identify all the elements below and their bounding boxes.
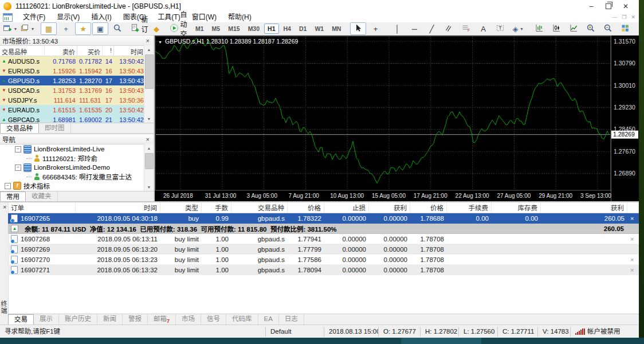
market-watch-row[interactable]: ▼USDJPY.s111.614111.6311713:50:36 <box>0 95 154 105</box>
navigator-item[interactable]: 666684345: 啊打发撒旦富士达 <box>0 172 154 181</box>
timeframe-mn-button[interactable]: MN <box>328 24 344 34</box>
market-watch-button[interactable]: ▦ <box>41 22 57 35</box>
mw-col-header[interactable]: 买价 <box>77 46 103 56</box>
equidistant-channel-button[interactable] <box>441 22 457 35</box>
orders-col-header[interactable]: 类型 <box>160 202 202 213</box>
timeframe-m15-button[interactable]: M15 <box>225 24 243 34</box>
terminal-tab-展示[interactable]: 展示 <box>34 314 59 325</box>
orders-col-header[interactable]: 获利 <box>541 202 627 213</box>
navigator-item[interactable]: −LionBrokersLimited-Demo <box>0 163 154 172</box>
text-button[interactable]: A <box>475 22 491 35</box>
crosshair-button[interactable]: + <box>367 22 383 35</box>
market-watch-tab-symbols[interactable]: 交易品种 <box>0 123 39 134</box>
market-watch-row[interactable]: ▲GBPUSD.s1.282531.282701713:50:43 <box>0 76 154 85</box>
bar-chart-mode-button[interactable] <box>531 22 547 35</box>
navigator-item[interactable]: −f技术指标 <box>0 181 154 190</box>
new-chart-button[interactable]: ▾ <box>2 22 18 35</box>
balance-row[interactable]: ▲余额: 11 874.11 USD 净值: 12 134.16 已用预付款: … <box>8 224 639 234</box>
navigator-close-icon[interactable]: × <box>144 136 151 143</box>
zoom-out-button[interactable] <box>600 22 616 35</box>
tree-collapse-icon[interactable]: − <box>5 183 11 189</box>
child-minimize-button[interactable]: — <box>612 14 617 20</box>
trendline-button[interactable]: ╱ <box>423 22 439 35</box>
terminal-tab-信号[interactable]: 信号 <box>201 314 226 325</box>
orders-col-header[interactable]: 止损 <box>324 202 369 213</box>
status-profile[interactable]: Default <box>265 327 324 337</box>
menu-file[interactable]: 文件(F) <box>17 13 51 21</box>
menu-view[interactable]: 显示(V) <box>51 13 85 21</box>
terminal-tab-警报[interactable]: 警报 <box>123 314 148 325</box>
terminal-tab-日志[interactable]: 日志 <box>279 314 304 325</box>
line-chart-mode-button[interactable] <box>566 22 582 35</box>
strategy-tester-button[interactable] <box>109 22 125 35</box>
fibonacci-retracement-button[interactable]: F <box>458 22 474 35</box>
scroll-down-icon[interactable]: ▼ <box>144 115 154 123</box>
menu-window[interactable]: 窗口(W) <box>186 13 222 21</box>
order-row[interactable]: 169072692018.09.05 06:13:20buy limit1.00… <box>8 244 639 255</box>
scroll-up-icon[interactable]: ▲ <box>144 45 154 54</box>
scroll-thumb[interactable] <box>145 153 154 169</box>
menu-insert[interactable]: 插入(I) <box>85 13 117 21</box>
navigator-item[interactable]: 111126021: 郑玲俞 <box>0 154 154 163</box>
orders-col-header[interactable]: 价格 <box>288 202 324 213</box>
market-watch-tab-tick-chart[interactable]: 即时图 <box>39 123 71 133</box>
mw-col-header[interactable]: ! <box>103 46 114 56</box>
tree-collapse-icon[interactable]: − <box>15 146 21 153</box>
autotrading-button[interactable]: 自动交易 <box>170 22 186 35</box>
mw-col-header[interactable]: 时间 <box>114 46 146 56</box>
market-watch-row[interactable]: ▲AUDUSD.s0.717680.717821413:50:42 <box>0 56 154 66</box>
terminal-tab-市场[interactable]: 市场 <box>176 314 201 325</box>
order-row[interactable]: 169072682018.09.05 06:13:11buy limit1.00… <box>8 234 639 244</box>
candlestick-mode-button[interactable] <box>548 22 564 35</box>
market-watch-row[interactable]: ▼USDCAD.s1.317531.317691613:50:43 <box>0 85 154 95</box>
tree-collapse-icon[interactable]: − <box>15 165 21 171</box>
restore-button[interactable] <box>600 0 617 12</box>
child-close-button[interactable]: ✕ <box>631 14 635 20</box>
close-button[interactable]: ✕ <box>617 0 634 12</box>
timeframe-m30-button[interactable]: M30 <box>245 24 263 34</box>
terminal-tab-新闻[interactable]: 新闻 <box>97 314 123 325</box>
terminal-tab-代码库[interactable]: 代码库 <box>226 314 258 325</box>
order-row[interactable]: 169072652018.09.05 04:30:18buy0.99gbpaud… <box>8 213 639 224</box>
profiles-button[interactable]: ▾ <box>19 22 35 35</box>
scroll-down-icon[interactable]: ▼ <box>144 183 154 191</box>
price-chart[interactable]: 1.315701.307901.300101.292301.284501.276… <box>155 36 639 201</box>
navigator-scrollbar[interactable]: ▲ ▼ <box>144 144 154 191</box>
orders-col-header[interactable]: 库存费 <box>492 202 541 213</box>
arrows-shapes-button[interactable]: ◈▾ <box>509 22 525 35</box>
tile-windows-button[interactable] <box>617 22 633 35</box>
close-order-icon[interactable]: × <box>630 236 634 243</box>
timeframe-m5-button[interactable]: M5 <box>209 24 224 34</box>
metaeditor-button[interactable]: ◆ <box>148 22 164 35</box>
terminal-tab-交易[interactable]: 交易 <box>8 314 34 325</box>
cursor-button[interactable] <box>350 22 366 35</box>
close-order-icon[interactable]: × <box>630 256 634 263</box>
orders-col-header[interactable]: 获利 <box>369 202 410 213</box>
terminal-button[interactable]: ▣ <box>92 22 108 35</box>
vertical-line-button[interactable]: │ <box>389 22 405 35</box>
text-label-button[interactable]: T <box>492 22 508 35</box>
navigator-button[interactable]: ★ <box>75 22 91 35</box>
market-watch-close-icon[interactable]: × <box>144 37 151 44</box>
order-row[interactable]: 169072712018.09.05 06:13:32buy limit1.00… <box>8 265 639 275</box>
new-order-button[interactable]: 新订单 <box>131 22 147 35</box>
market-watch-scrollbar[interactable]: ▲ ▼ <box>144 45 154 123</box>
scroll-thumb[interactable] <box>145 54 154 89</box>
horizontal-line-button[interactable]: ─ <box>406 22 422 35</box>
terminal-tab-账户历史[interactable]: 账户历史 <box>59 314 97 325</box>
navigator-item[interactable]: −LionBrokersLimited-Live <box>0 144 154 154</box>
order-row[interactable]: 169072702018.09.05 06:13:23buy limit1.00… <box>8 255 639 265</box>
close-order-icon[interactable]: × <box>630 267 634 273</box>
navigator-tab-common[interactable]: 常用 <box>0 191 26 202</box>
navigator-tab-favorites[interactable]: 收藏夹 <box>26 191 58 201</box>
market-watch-row[interactable]: ▼EURUSD.s1.159261.159421613:50:43 <box>0 66 154 76</box>
timeframe-h4-button[interactable]: H4 <box>280 24 294 34</box>
mw-col-header[interactable]: 交易品种 <box>0 46 45 56</box>
menu-help[interactable]: 帮助(H) <box>222 13 257 21</box>
zoom-in-button[interactable] <box>583 22 599 35</box>
timeframe-m1-button[interactable]: M1 <box>192 24 207 34</box>
market-watch-row[interactable]: ▼EURAUD.s1.615151.615352013:50:42 <box>0 105 154 115</box>
child-restore-button[interactable]: ❐ <box>622 14 626 20</box>
timeframe-h1-button[interactable]: H1 <box>264 24 278 34</box>
orders-col-header[interactable]: 时间 <box>76 202 160 213</box>
